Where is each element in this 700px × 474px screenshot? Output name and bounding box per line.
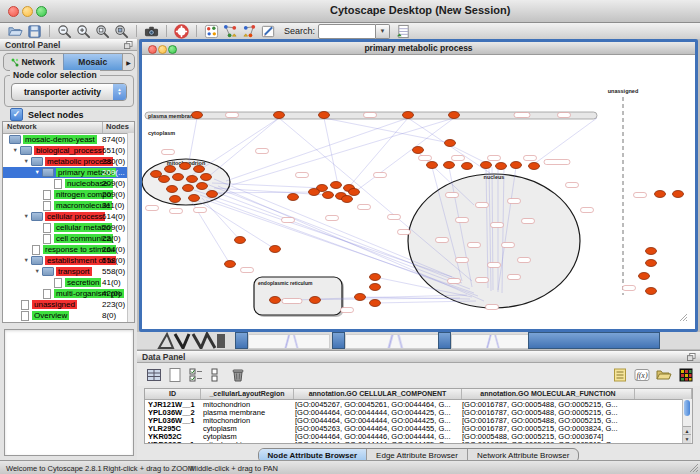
- network-frame-titlebar[interactable]: primary metabolic process: [142, 42, 695, 55]
- close-button-icon[interactable]: [8, 6, 19, 17]
- unselect-attributes-icon[interactable]: [208, 366, 225, 383]
- column-header[interactable]: annotation.GO CELLULAR_COMPONENT: [294, 389, 462, 399]
- expand-arrow-icon[interactable]: ▼: [3, 211, 29, 222]
- annotation-icon[interactable]: [260, 24, 277, 39]
- network-canvas[interactable]: plasma membrane cytoplasm mitochondrion …: [142, 55, 689, 323]
- network-node[interactable]: [151, 171, 162, 178]
- birdseye-view[interactable]: [4, 329, 134, 456]
- search-input[interactable]: [318, 24, 376, 39]
- network-node[interactable]: [449, 112, 460, 119]
- heatmap-icon[interactable]: [677, 366, 694, 383]
- table-cell[interactable]: mitochondrion: [200, 440, 292, 445]
- network-node[interactable]: [403, 112, 414, 119]
- network-node[interactable]: [646, 288, 657, 295]
- zoom-in-icon[interactable]: [75, 24, 92, 39]
- delete-attribute-trash-icon[interactable]: [229, 366, 246, 383]
- network-node[interactable]: [235, 237, 246, 244]
- network-node[interactable]: [655, 191, 666, 198]
- tree-row[interactable]: response to stimulu264(0): [3, 244, 134, 255]
- network-node[interactable]: [194, 166, 205, 173]
- tree-col-nodes[interactable]: Nodes: [103, 122, 134, 133]
- tree-row[interactable]: ▼metabolic process280(0): [3, 156, 134, 167]
- expand-arrow-icon[interactable]: ▼: [3, 145, 18, 156]
- network-node[interactable]: [309, 189, 320, 196]
- attribute-notes-icon[interactable]: [611, 366, 628, 383]
- tab-network[interactable]: Network: [4, 54, 63, 70]
- tree-col-network[interactable]: Network: [3, 122, 103, 133]
- tree-row[interactable]: cellular metabo209(0): [3, 222, 134, 233]
- tree-row[interactable]: unassigned223(0): [3, 299, 134, 310]
- network-node[interactable]: [331, 182, 342, 189]
- help-lifering-icon[interactable]: [173, 24, 190, 39]
- network-node[interactable]: [201, 174, 212, 181]
- network-node[interactable]: [187, 176, 198, 183]
- table-cell[interactable]: [GO:0016787, GO:0005488, GO:0005215, G..…: [459, 440, 631, 445]
- network-node[interactable]: [342, 196, 353, 203]
- network-node[interactable]: [496, 163, 507, 170]
- import-attributes-icon[interactable]: [395, 24, 412, 39]
- tree-row[interactable]: multi-organism pro42(0): [3, 288, 134, 299]
- network-node[interactable]: [323, 192, 334, 199]
- network-node[interactable]: [225, 261, 236, 268]
- network-node[interactable]: [207, 191, 218, 198]
- network-node[interactable]: [427, 162, 438, 169]
- function-builder-icon[interactable]: f(x): [633, 366, 650, 383]
- network-node[interactable]: [274, 112, 285, 119]
- network-node[interactable]: [192, 112, 203, 119]
- column-header[interactable]: _cellularLayoutRegion: [201, 389, 294, 399]
- scrollbar-thumb[interactable]: [684, 400, 690, 416]
- tree-row[interactable]: nucleobase-209(0): [3, 178, 134, 189]
- network-node[interactable]: [173, 174, 184, 181]
- float-panel-icon[interactable]: [687, 353, 696, 361]
- save-session-icon[interactable]: [26, 24, 43, 39]
- canvas-resize-grip[interactable]: [680, 314, 687, 321]
- network-node[interactable]: [462, 163, 473, 170]
- zoom-out-icon[interactable]: [56, 24, 73, 39]
- tree-row[interactable]: cell communica22(0): [3, 233, 134, 244]
- tab-overflow-arrow[interactable]: ▶: [122, 54, 134, 70]
- network-node[interactable]: [481, 162, 492, 169]
- network-node[interactable]: [511, 162, 522, 169]
- tree-row[interactable]: mosaic-demo-yeast874(0): [3, 134, 134, 145]
- table-cell[interactable]: YDR039C__1: [145, 440, 200, 445]
- network-frame[interactable]: primary metabolic process plasma membran…: [139, 39, 698, 332]
- tree-row[interactable]: ▼transport558(0): [3, 266, 134, 277]
- network-node[interactable]: [370, 274, 381, 281]
- network-node[interactable]: [646, 248, 657, 255]
- import-table-folder-icon[interactable]: [655, 366, 672, 383]
- tree-row[interactable]: ▼primary metabo209(...: [3, 167, 134, 178]
- network-node[interactable]: [413, 147, 424, 154]
- attribute-table-icon[interactable]: [145, 366, 162, 383]
- tab-mosaic[interactable]: Mosaic: [63, 54, 123, 70]
- network-node[interactable]: [349, 189, 360, 196]
- network-node[interactable]: [270, 297, 281, 304]
- open-session-icon[interactable]: [7, 24, 24, 39]
- expand-arrow-icon[interactable]: ▼: [3, 156, 29, 167]
- layout-horizontal-icon[interactable]: [222, 24, 239, 39]
- tree-row[interactable]: nitrogen compo209(0): [3, 189, 134, 200]
- network-node[interactable]: [310, 297, 321, 304]
- network-node[interactable]: [170, 196, 181, 203]
- network-node[interactable]: [189, 195, 200, 202]
- network-node[interactable]: [197, 183, 208, 190]
- zoom-fit-icon[interactable]: [94, 24, 111, 39]
- search-dropdown-icon[interactable]: ▼: [376, 24, 390, 39]
- select-attributes-icon[interactable]: [187, 366, 204, 383]
- network-node[interactable]: [288, 194, 299, 201]
- network-node[interactable]: [639, 273, 650, 280]
- expand-arrow-icon[interactable]: ▼: [3, 266, 40, 277]
- tree-row[interactable]: ▼establishment of lo558(0): [3, 255, 134, 266]
- network-node[interactable]: [270, 246, 281, 253]
- tree-scrollbar[interactable]: [127, 133, 134, 322]
- tree-row[interactable]: secretion41(0): [3, 277, 134, 288]
- network-node[interactable]: [355, 294, 366, 301]
- new-attribute-icon[interactable]: [166, 366, 183, 383]
- float-panel-icon[interactable]: [124, 41, 133, 49]
- background-windows-strip[interactable]: [137, 332, 700, 349]
- table-row[interactable]: YDR039C__1mitochondrion[GO:0044464, GO:0…: [145, 440, 692, 444]
- column-header[interactable]: ID: [145, 389, 201, 399]
- select-nodes-checkbox[interactable]: ✓: [10, 108, 23, 121]
- table-scrollbar[interactable]: ▲ ▼: [682, 399, 692, 443]
- tree-row[interactable]: macromolecule311(0): [3, 200, 134, 211]
- tree-row[interactable]: ▼biological_process651(0): [3, 145, 134, 156]
